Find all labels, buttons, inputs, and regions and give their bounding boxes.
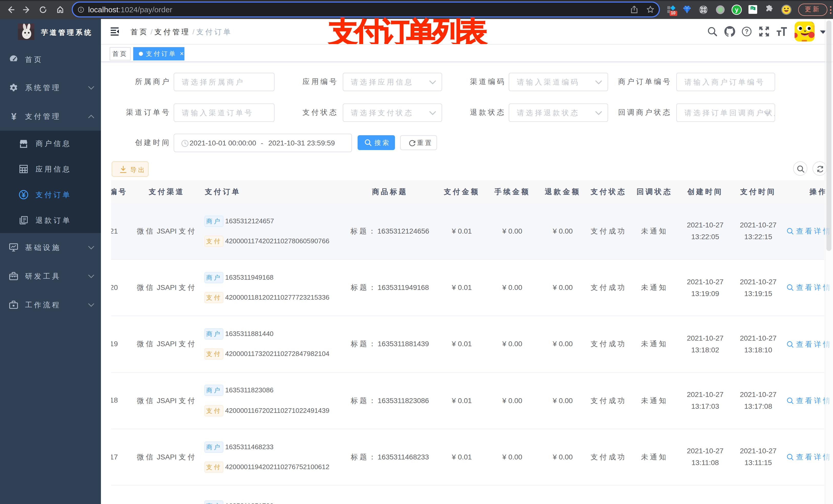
svg-text:y: y bbox=[735, 6, 738, 13]
svg-text:?: ? bbox=[745, 28, 748, 35]
svg-text:¥: ¥ bbox=[11, 112, 16, 121]
